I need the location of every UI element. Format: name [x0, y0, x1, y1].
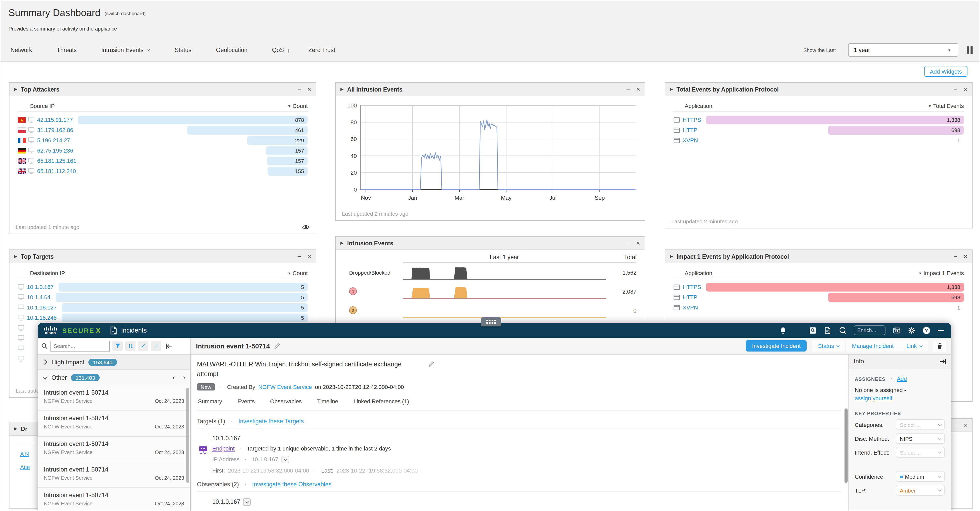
incident-list-item[interactable]: Intrusion event 1-50714 NGFW Event Servi…	[38, 437, 190, 462]
switch-dashboard-link[interactable]: (switch dashboard)	[105, 11, 146, 16]
dashboard-tab[interactable]: Zero Trust	[306, 47, 337, 61]
source-ip-link[interactable]: 42.115.91.177	[37, 117, 73, 123]
minimize-icon[interactable]: −	[954, 252, 958, 260]
dashboard-tab[interactable]: Network	[8, 47, 34, 61]
expand-icon[interactable]: ▶	[14, 87, 17, 91]
property-select[interactable]: Medium	[896, 471, 945, 482]
destination-ip-link[interactable]: 10.1.18.127	[27, 304, 57, 310]
list-scrollbar[interactable]	[186, 388, 189, 483]
edit-pencil-icon[interactable]	[274, 343, 280, 349]
detail-tab[interactable]: Summary	[197, 398, 223, 410]
group-chevron-icon[interactable]	[43, 359, 48, 365]
assign-yourself-link[interactable]: assign yourself	[855, 395, 945, 401]
ribbon-minimize-icon[interactable]	[938, 330, 944, 331]
property-select[interactable]: Amber	[896, 485, 945, 496]
column-destination-ip[interactable]: Destination IP	[18, 270, 287, 276]
settings-gear-icon[interactable]	[908, 327, 915, 334]
search-input[interactable]	[51, 340, 110, 351]
incident-group-row[interactable]: Other 131,403 ‹›	[38, 370, 190, 385]
next-page-icon[interactable]: ›	[183, 374, 185, 381]
group-pagination[interactable]: ‹›	[173, 374, 185, 381]
property-select[interactable]: Select ...	[896, 447, 945, 458]
column-impact1-events[interactable]: ▼Impact 1 Events	[918, 270, 964, 276]
endpoint-link[interactable]: Endpoint	[212, 445, 235, 451]
app-launcher-grid-icon[interactable]	[794, 327, 802, 334]
property-select[interactable]: Select ...	[896, 419, 945, 430]
close-icon[interactable]: ×	[964, 85, 967, 93]
status-button[interactable]: Status	[812, 340, 845, 351]
incident-list-item[interactable]: Intrusion event 1-50714 NGFW Event Servi…	[38, 411, 190, 437]
column-source-ip[interactable]: Source IP	[18, 103, 287, 109]
dashboard-tab[interactable]: Intrusion Events×	[99, 47, 152, 61]
minimize-icon[interactable]: −	[954, 85, 958, 93]
property-select[interactable]: NIPS	[896, 433, 945, 444]
incident-list-item[interactable]: Intrusion event 1-50714 NGFW Event Servi…	[38, 385, 190, 411]
close-icon[interactable]: ×	[307, 85, 311, 93]
show-last-select[interactable]: 1 year▼	[848, 43, 958, 57]
add-tab-button[interactable]: +	[285, 47, 293, 61]
column-total-events[interactable]: ▼Total Events	[928, 103, 964, 109]
dashboard-tab[interactable]: Geolocation	[214, 47, 250, 61]
investigate-observables-link[interactable]: Investigate these Observables	[252, 481, 331, 487]
source-ip-link[interactable]: 31.179.162.86	[37, 127, 73, 133]
detail-tab[interactable]: Linked References (1)	[352, 398, 410, 410]
collapse-info-icon[interactable]	[939, 358, 946, 364]
detail-scrollbar[interactable]	[845, 409, 848, 483]
close-icon[interactable]: ×	[964, 252, 967, 260]
close-tab-icon[interactable]: ×	[147, 48, 150, 53]
column-count[interactable]: ▼Count	[287, 103, 308, 109]
detail-tab[interactable]: Observables	[269, 398, 303, 410]
browser-search-icon[interactable]	[893, 327, 900, 334]
destination-ip-link[interactable]: 10.1.4.64	[27, 294, 51, 300]
source-ip-link[interactable]: 62.75.195.236	[37, 147, 73, 153]
investigate-incident-button[interactable]: Investigate Incident	[746, 340, 807, 351]
investigate-targets-link[interactable]: Investigate these Targets	[239, 418, 304, 424]
minimize-icon[interactable]: −	[626, 85, 630, 93]
expand-icon[interactable]: ▶	[670, 254, 673, 259]
incident-list-item[interactable]: Intrusion event 1-50714 NGFW Event Servi…	[38, 462, 190, 488]
application-link[interactable]: HTTPS	[682, 284, 701, 290]
minimize-icon[interactable]: −	[626, 239, 630, 247]
minimize-icon[interactable]: −	[298, 252, 301, 260]
expand-icon[interactable]: ▶	[340, 241, 344, 245]
destination-ip-link[interactable]: 10.1.18.248	[27, 315, 57, 321]
application-link[interactable]: HTTPS	[682, 117, 701, 123]
application-link[interactable]: XVPN	[682, 137, 698, 143]
pivot-refresh-icon[interactable]	[839, 327, 846, 334]
dashboard-tab[interactable]: QoS	[270, 47, 286, 61]
close-icon[interactable]: ×	[307, 252, 311, 260]
incident-group-row[interactable]: High Impact 153,640	[38, 355, 190, 370]
observable-dropdown[interactable]	[243, 498, 251, 506]
eye-icon[interactable]	[302, 224, 310, 230]
application-link[interactable]: XVPN	[682, 304, 698, 310]
prev-page-icon[interactable]: ‹	[173, 374, 175, 381]
add-icon[interactable]: +	[151, 341, 161, 351]
ribbon-drag-handle[interactable]	[481, 317, 501, 326]
minimize-icon[interactable]: −	[298, 85, 301, 93]
sort-icon[interactable]	[125, 341, 135, 351]
group-chevron-icon[interactable]	[43, 375, 48, 380]
expand-icon[interactable]: ▶	[670, 87, 673, 91]
minimize-icon[interactable]: −	[954, 421, 958, 429]
source-ip-link[interactable]: 65.181.125.161	[37, 158, 76, 164]
dashboard-tab[interactable]: Threats	[54, 47, 79, 61]
column-count[interactable]: ▼Count	[287, 270, 308, 276]
add-widgets-button[interactable]: Add Widgets	[924, 66, 967, 77]
close-icon[interactable]: ×	[636, 239, 640, 247]
expand-icon[interactable]: ▶	[14, 254, 17, 259]
check-icon[interactable]: ✓	[138, 341, 148, 351]
observable-dropdown[interactable]	[281, 455, 289, 463]
detail-tab[interactable]: Timeline	[316, 398, 339, 410]
destination-ip-link[interactable]: 10.1.0.167	[27, 284, 54, 290]
incident-doc-warning-icon[interactable]	[824, 327, 831, 334]
manage-incident-button[interactable]: Manage Incident	[845, 340, 900, 351]
close-icon[interactable]: ×	[636, 85, 640, 93]
source-ip-link[interactable]: 65.181.112.240	[37, 168, 76, 174]
close-icon[interactable]: ×	[964, 421, 967, 429]
delete-incident-button[interactable]	[933, 340, 946, 352]
application-link[interactable]: HTTP	[682, 127, 697, 133]
source-ip-link[interactable]: 5.196.214.27	[37, 137, 70, 143]
casebook-search-icon[interactable]	[809, 327, 816, 334]
pause-button[interactable]	[967, 46, 974, 54]
notifications-bell-icon[interactable]	[780, 327, 787, 334]
